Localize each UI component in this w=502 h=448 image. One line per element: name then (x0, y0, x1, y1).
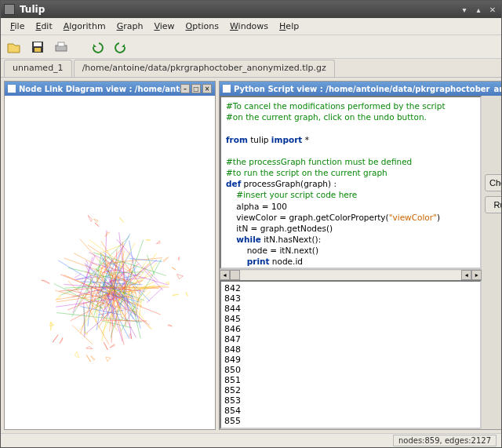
maximize-button[interactable]: ▴ (473, 4, 484, 15)
window-controls: ▾ ▴ ✕ (459, 4, 498, 15)
svg-line-176 (86, 260, 89, 264)
menu-file[interactable]: File (5, 20, 29, 33)
app-window: Tulip ▾ ▴ ✕ File Edit Algorithm Graph Vi… (0, 0, 502, 448)
menu-help[interactable]: Help (275, 20, 304, 33)
panel-minimize-icon[interactable]: – (180, 84, 190, 93)
redo-button[interactable] (112, 38, 129, 56)
output-line: 847 (224, 334, 477, 344)
node-link-titlebar[interactable]: Node Link Diagram view : /home/antoine –… (5, 82, 215, 96)
output-line: 854 (224, 406, 477, 416)
tabbar: unnamed_1 /home/antoine/data/pkrgraphoct… (1, 59, 501, 78)
output-line: 850 (224, 365, 477, 375)
code-hscroll[interactable]: ◂ ◂ ▸ (220, 269, 482, 280)
svg-rect-2 (35, 48, 41, 52)
output-line: 856 (224, 426, 477, 429)
svg-line-137 (129, 258, 162, 261)
window-title: Tulip (20, 4, 45, 15)
menu-algorithm[interactable]: Algorithm (59, 20, 111, 33)
scroll-thumb[interactable] (230, 270, 240, 280)
svg-line-108 (72, 326, 93, 344)
panel-icon (223, 85, 231, 93)
content-area: Node Link Diagram view : /home/antoine –… (1, 78, 501, 433)
script-panel-body: #To cancel the modifications performed b… (220, 96, 501, 429)
svg-rect-1 (34, 42, 42, 46)
toolbar (1, 35, 501, 59)
menu-view[interactable]: View (149, 20, 179, 33)
script-buttons: Check script Run script (482, 96, 501, 429)
code-editor[interactable]: #To cancel the modifications performed b… (220, 96, 482, 269)
panel-close-icon[interactable]: × (202, 84, 212, 93)
python-script-titlebar[interactable]: Python Script view : /home/antoine/data/… (220, 82, 501, 96)
scroll-right-icon[interactable]: ▸ (471, 270, 482, 280)
svg-line-68 (147, 288, 162, 303)
check-script-button[interactable]: Check script (485, 174, 501, 191)
save-button[interactable] (29, 38, 46, 56)
graph-visualization (5, 96, 215, 429)
run-script-button[interactable]: Run script (485, 196, 501, 213)
svg-rect-4 (58, 42, 64, 46)
python-script-title: Python Script view : /home/antoine/data/… (234, 85, 501, 93)
output-line: 855 (224, 416, 477, 426)
tab-unnamed[interactable]: unnamed_1 (4, 60, 72, 77)
graph-canvas[interactable] (5, 96, 215, 429)
menu-options[interactable]: Options (181, 20, 224, 33)
menu-windows[interactable]: Windows (225, 20, 273, 33)
node-link-panel: Node Link Diagram view : /home/antoine –… (4, 81, 216, 430)
output-line: 848 (224, 344, 477, 355)
output-line: 846 (224, 324, 477, 334)
menu-edit[interactable]: Edit (31, 20, 56, 33)
panel-maximize-icon[interactable]: □ (191, 84, 201, 93)
output-line: 844 (224, 304, 477, 314)
undo-button[interactable] (89, 38, 106, 56)
titlebar[interactable]: Tulip ▾ ▴ ✕ (1, 1, 501, 18)
output-line: 849 (224, 355, 477, 365)
print-button[interactable] (53, 38, 70, 56)
svg-line-181 (75, 274, 81, 278)
output-line: 842 (224, 283, 477, 293)
output-console[interactable]: 8428438448458468478488498508518528538548… (220, 280, 482, 429)
node-link-title: Node Link Diagram view : /home/antoine (19, 85, 180, 93)
close-button[interactable]: ✕ (487, 4, 498, 15)
output-line: 853 (224, 395, 477, 406)
scroll-track[interactable] (240, 271, 461, 280)
output-line: 851 (224, 375, 477, 385)
scroll-left2-icon[interactable]: ◂ (461, 270, 471, 280)
scroll-left-icon[interactable]: ◂ (220, 270, 230, 280)
minimize-button[interactable]: ▾ (459, 4, 470, 15)
status-nodes-edges: nodes:859, edges:2127 (393, 435, 497, 446)
statusbar: nodes:859, edges:2127 (1, 433, 501, 447)
python-script-panel: Python Script view : /home/antoine/data/… (219, 81, 501, 430)
app-icon (4, 4, 15, 15)
menu-graph[interactable]: Graph (112, 20, 148, 33)
panel-icon (8, 85, 16, 93)
output-line: 852 (224, 385, 477, 395)
output-line: 845 (224, 314, 477, 324)
open-button[interactable] (5, 38, 23, 56)
script-area: #To cancel the modifications performed b… (220, 96, 482, 429)
output-line: 843 (224, 293, 477, 304)
menubar: File Edit Algorithm Graph View Options W… (1, 18, 501, 35)
tab-file[interactable]: /home/antoine/data/pkrgraphoctober_anony… (74, 60, 335, 77)
